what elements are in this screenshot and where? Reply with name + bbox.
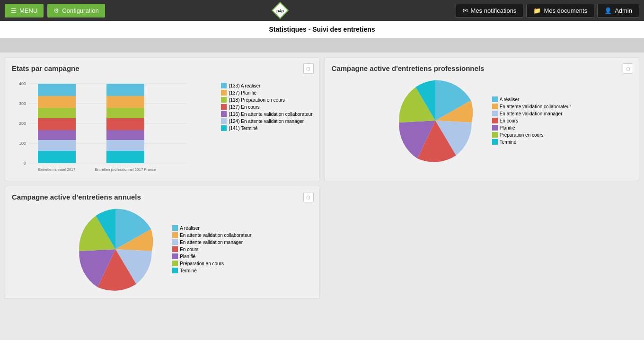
menu-button[interactable]: ☰ MENU — [5, 4, 44, 17]
svg-rect-13 — [38, 130, 76, 140]
bottom-row: Campagne active d'entretiens annuels ⬡ — [5, 186, 639, 299]
legend-color-1 — [221, 90, 227, 96]
ann-legend-item-5: Préparation en cours — [172, 261, 251, 266]
config-icon: ⚙ — [53, 7, 59, 14]
ann-legend-color-3 — [172, 246, 178, 252]
notifications-icon: ✉ — [463, 7, 468, 14]
pie-chart-prof-svg — [393, 78, 478, 163]
pie-legend-label-4: Planifié — [500, 125, 515, 131]
svg-rect-24 — [106, 84, 144, 96]
pie-legend-item-6: Terminé — [492, 139, 571, 145]
logo-diamond-icon: p4p — [271, 1, 289, 19]
svg-rect-23 — [106, 96, 144, 108]
pie-legend-label-3: En cours — [500, 118, 518, 123]
pie-chart-ann-svg — [73, 207, 158, 292]
page-title: Statistiques - Suivi des entretiens — [269, 26, 375, 33]
ann-legend-label-3: En cours — [180, 247, 198, 252]
legend-item-0: (133) A realiser — [221, 83, 312, 88]
pie-legend-item-3: En cours — [492, 118, 571, 123]
svg-rect-20 — [106, 130, 144, 140]
pie-legend-color-0 — [492, 96, 498, 102]
notifications-button[interactable]: ✉ Mes notifications — [456, 4, 524, 17]
svg-text:200: 200 — [19, 121, 26, 126]
ann-legend-item-6: Terminé — [172, 268, 251, 273]
admin-icon: 👤 — [604, 7, 612, 14]
ann-legend-color-4 — [172, 253, 178, 259]
notifications-label: Mes notifications — [471, 7, 517, 14]
pie-legend-ann: A réaliser En attente validation collabo… — [172, 225, 251, 273]
ann-legend-label-6: Terminé — [180, 268, 197, 273]
pie-legend-label-0: A réaliser — [500, 97, 520, 102]
svg-rect-11 — [38, 151, 76, 163]
svg-rect-17 — [38, 84, 76, 96]
svg-text:400: 400 — [19, 81, 26, 86]
legend-item-4: (116) En attente validation collaborateu… — [221, 111, 312, 117]
pie-legend-prof: A réaliser En attente validation collabo… — [492, 96, 571, 145]
sub-bar — [0, 38, 644, 52]
ann-legend-color-2 — [172, 239, 178, 245]
documents-button[interactable]: 📁 Mes documents — [526, 4, 594, 17]
panel-campagne-prof: Campagne active d'entretiens professionn… — [325, 57, 640, 181]
pie-legend-item-5: Préparation en cours — [492, 132, 571, 138]
panel-campagne-ann: Campagne active d'entretiens annuels ⬡ — [5, 186, 320, 299]
svg-text:300: 300 — [19, 101, 26, 106]
pie-legend-color-3 — [492, 118, 498, 123]
pie-area-ann: A réaliser En attente validation collabo… — [12, 207, 313, 292]
svg-rect-19 — [106, 140, 144, 151]
pie-legend-color-1 — [492, 104, 498, 109]
pie-legend-color-4 — [492, 125, 498, 131]
legend-label-3: (137) En cours — [229, 105, 260, 110]
admin-button[interactable]: 👤 Admin — [597, 4, 639, 17]
header-right: ✉ Mes notifications 📁 Mes documents 👤 Ad… — [456, 4, 639, 17]
panel-campagne-prof-icon[interactable]: ⬡ — [623, 63, 633, 74]
config-button[interactable]: ⚙ Configuration — [47, 4, 105, 17]
legend-color-4 — [221, 111, 227, 117]
top-row: Etats par campagne ⬡ 400 300 200 100 0 — [5, 57, 639, 181]
svg-rect-18 — [106, 151, 144, 163]
panel-etats-icon[interactable]: ⬡ — [303, 63, 314, 74]
legend-label-2: (118) Préparation en cours — [229, 97, 285, 103]
menu-label: MENU — [19, 7, 37, 14]
logo-text: p4p — [276, 9, 284, 13]
legend-color-0 — [221, 83, 227, 88]
svg-text:Entretien annuel 2017: Entretien annuel 2017 — [38, 167, 76, 172]
pie-legend-item-2: En attente validation manager — [492, 111, 571, 116]
ann-legend-item-3: En cours — [172, 246, 251, 252]
panel-campagne-prof-title: Campagne active d'entretiens professionn… — [332, 64, 633, 72]
legend-label-4: (116) En attente validation collaborateu… — [229, 112, 312, 117]
pie-area-prof: A réaliser En attente validation collabo… — [332, 78, 633, 163]
legend-label-5: (124) En attente validation manager — [229, 119, 304, 124]
svg-rect-22 — [106, 108, 144, 118]
svg-text:0: 0 — [24, 161, 26, 166]
legend-color-6 — [221, 125, 227, 131]
ann-legend-color-0 — [172, 225, 178, 231]
legend-label-6: (141) Terminé — [229, 126, 258, 131]
header: ☰ MENU ⚙ Configuration p4p ✉ Mes notific… — [0, 0, 644, 21]
ann-legend-color-1 — [172, 232, 178, 238]
pie-legend-color-5 — [492, 132, 498, 138]
panel-etats: Etats par campagne ⬡ 400 300 200 100 0 — [5, 57, 320, 181]
svg-rect-15 — [38, 108, 76, 118]
panel-campagne-ann-icon[interactable]: ⬡ — [303, 192, 314, 202]
logo-area: p4p — [109, 1, 452, 19]
legend-label-0: (133) A realiser — [229, 83, 260, 88]
ann-legend-label-1: En attente validation collaborateur — [180, 233, 251, 238]
pie-legend-label-6: Terminé — [500, 139, 517, 145]
bar-chart-svg: 400 300 200 100 0 — [12, 78, 192, 173]
pie-legend-item-1: En attente validation collaborateur — [492, 104, 571, 109]
ann-legend-label-5: Préparation en cours — [180, 261, 224, 266]
legend-item-6: (141) Terminé — [221, 125, 312, 131]
panel-campagne-ann-title: Campagne active d'entretiens annuels — [12, 193, 313, 201]
bar-chart-legend: (133) A realiser (137) Planifié (118) Pr… — [221, 78, 312, 131]
legend-color-2 — [221, 97, 227, 103]
pie-legend-item-0: A réaliser — [492, 96, 571, 102]
svg-rect-14 — [38, 118, 76, 130]
pie-legend-item-4: Planifié — [492, 125, 571, 131]
svg-text:100: 100 — [19, 141, 26, 146]
admin-label: Admin — [615, 7, 632, 14]
menu-icon: ☰ — [11, 7, 17, 14]
ann-legend-item-4: Planifié — [172, 253, 251, 259]
legend-color-5 — [221, 118, 227, 124]
ann-legend-label-4: Planifié — [180, 254, 195, 259]
legend-item-2: (118) Préparation en cours — [221, 97, 312, 103]
